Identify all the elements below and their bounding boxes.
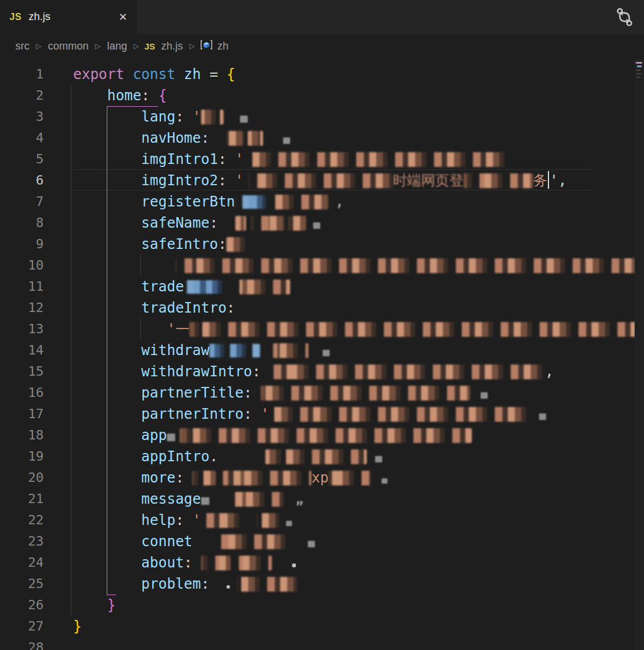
breadcrumb-item-zh-js[interactable]: zh.js bbox=[161, 40, 183, 52]
censored-text bbox=[239, 280, 290, 294]
line-number[interactable]: 15 bbox=[0, 361, 44, 382]
line-number[interactable]: 3 bbox=[0, 106, 44, 127]
token-pl bbox=[73, 215, 142, 231]
token-pl bbox=[73, 172, 142, 189]
code-line-12[interactable]: 12 tradeIntro: bbox=[0, 297, 644, 319]
js-file-icon: JS bbox=[144, 41, 155, 51]
line-number[interactable]: 24 bbox=[0, 552, 44, 573]
censored-text bbox=[209, 344, 260, 357]
code-line-21[interactable]: 21 message„ bbox=[0, 488, 644, 510]
code-line-16[interactable]: 16 partnerTitle: bbox=[0, 382, 644, 403]
line-number[interactable]: 8 bbox=[0, 212, 44, 234]
token-pl bbox=[73, 427, 142, 444]
breadcrumb-separator-icon: ▷ bbox=[189, 42, 195, 50]
code-line-15[interactable]: 15 withdrawIntro: , bbox=[0, 361, 644, 382]
censored-text bbox=[248, 173, 393, 188]
token-pl bbox=[175, 66, 183, 83]
code-line-23[interactable]: 23 connet bbox=[0, 531, 644, 552]
open-changes-icon[interactable] bbox=[613, 6, 636, 28]
token-pl bbox=[73, 278, 142, 295]
code-line-6[interactable]: 6 imgIntro2: '时端网页登务', bbox=[0, 170, 644, 191]
code-line-19[interactable]: 19 appIntro. bbox=[0, 446, 644, 467]
tab-title: zh.js bbox=[29, 11, 51, 23]
code-line-7[interactable]: 7 registerBtn, bbox=[0, 191, 644, 212]
line-number[interactable]: 28 bbox=[0, 637, 44, 650]
censored-text bbox=[218, 534, 290, 549]
token-pl bbox=[73, 491, 142, 507]
line-number[interactable]: 18 bbox=[0, 425, 44, 446]
censored-text bbox=[257, 513, 279, 528]
line-number[interactable]: 23 bbox=[0, 531, 44, 552]
token-pl bbox=[73, 321, 167, 337]
line-number[interactable]: 12 bbox=[0, 297, 44, 319]
close-tab-icon[interactable]: ✕ bbox=[119, 12, 127, 22]
code-line-14[interactable]: 14 withdraw bbox=[0, 340, 644, 361]
code-line-13[interactable]: 13 '一 bbox=[0, 319, 644, 340]
line-number[interactable]: 20 bbox=[0, 467, 44, 488]
line-number[interactable]: 1 bbox=[0, 64, 44, 85]
line-number[interactable]: 11 bbox=[0, 276, 44, 297]
token-op: : bbox=[218, 151, 235, 168]
code-line-9[interactable]: 9 safeIntro: bbox=[0, 234, 644, 255]
line-number[interactable]: 25 bbox=[0, 573, 44, 595]
code-line-5[interactable]: 5 imgIntro1: ' bbox=[0, 149, 644, 170]
line-number[interactable]: 4 bbox=[0, 127, 44, 149]
code-line-25[interactable]: 25 problem: bbox=[0, 573, 644, 595]
censored-mark bbox=[481, 392, 488, 399]
token-pl bbox=[226, 215, 235, 231]
breadcrumb-item-common[interactable]: common bbox=[48, 40, 88, 52]
code-text: imgIntro2: '时端网页登务', bbox=[73, 170, 567, 191]
code-line-26[interactable]: 26 } bbox=[0, 595, 644, 616]
line-number[interactable]: 6 bbox=[0, 170, 44, 191]
minimap[interactable] bbox=[635, 58, 644, 650]
token-b1: } bbox=[73, 618, 81, 635]
code-line-28[interactable]: 28 bbox=[0, 637, 644, 650]
token-prop: safeName bbox=[142, 215, 210, 231]
line-number[interactable]: 10 bbox=[0, 255, 44, 276]
line-number[interactable]: 14 bbox=[0, 340, 44, 361]
token-pl bbox=[73, 512, 142, 528]
line-number[interactable]: 26 bbox=[0, 595, 44, 616]
token-op: : bbox=[209, 215, 226, 231]
code-line-11[interactable]: 11 trade bbox=[0, 276, 644, 297]
breadcrumb-item-lang[interactable]: lang bbox=[107, 40, 127, 52]
token-pl bbox=[73, 406, 142, 422]
token-pl bbox=[73, 130, 142, 146]
token-op: : bbox=[252, 363, 269, 380]
code-line-18[interactable]: 18 app bbox=[0, 425, 644, 446]
breadcrumb-item-src[interactable]: src bbox=[15, 40, 29, 52]
line-number[interactable]: 22 bbox=[0, 510, 44, 531]
code-line-27[interactable]: 27} bbox=[0, 616, 644, 637]
tab-zh-js[interactable]: JS zh.js ✕ bbox=[0, 0, 137, 34]
code-line-20[interactable]: 20 more: xp bbox=[0, 467, 644, 488]
censored-mark bbox=[313, 222, 320, 229]
code-line-22[interactable]: 22 help: ' bbox=[0, 510, 644, 531]
line-number[interactable]: 7 bbox=[0, 191, 44, 212]
line-number[interactable]: 13 bbox=[0, 319, 44, 340]
token-prop: lang bbox=[142, 109, 176, 125]
breadcrumb-item-zh[interactable]: zh bbox=[217, 40, 228, 52]
code-line-10[interactable]: 10 bbox=[0, 255, 644, 276]
code-line-8[interactable]: 8 safeName: bbox=[0, 212, 644, 234]
code-text: about: bbox=[73, 552, 296, 573]
code-line-17[interactable]: 17 partnerIntro: ' bbox=[0, 403, 644, 425]
line-number[interactable]: 9 bbox=[0, 234, 44, 255]
code-line-3[interactable]: 3 lang: ' bbox=[0, 106, 644, 127]
line-number[interactable]: 2 bbox=[0, 85, 44, 106]
symbol-variable-icon bbox=[200, 39, 213, 54]
censored-mark bbox=[539, 413, 546, 420]
code-line-4[interactable]: 4 navHome: bbox=[0, 127, 644, 149]
line-number[interactable]: 16 bbox=[0, 382, 44, 403]
token-op: ', bbox=[550, 172, 567, 189]
line-number[interactable]: 5 bbox=[0, 149, 44, 170]
line-number[interactable]: 19 bbox=[0, 446, 44, 467]
editor-pane[interactable]: 1export const zh = {2 home: {3 lang: '4 … bbox=[0, 58, 644, 650]
code-line-2[interactable]: 2 home: { bbox=[0, 85, 644, 106]
code-text: navHome: bbox=[73, 127, 290, 149]
line-number[interactable]: 17 bbox=[0, 403, 44, 425]
code-line-1[interactable]: 1export const zh = { bbox=[0, 64, 644, 85]
line-number[interactable]: 21 bbox=[0, 488, 44, 510]
code-line-24[interactable]: 24 about: bbox=[0, 552, 644, 573]
line-number[interactable]: 27 bbox=[0, 616, 44, 637]
censored-text bbox=[237, 577, 297, 592]
